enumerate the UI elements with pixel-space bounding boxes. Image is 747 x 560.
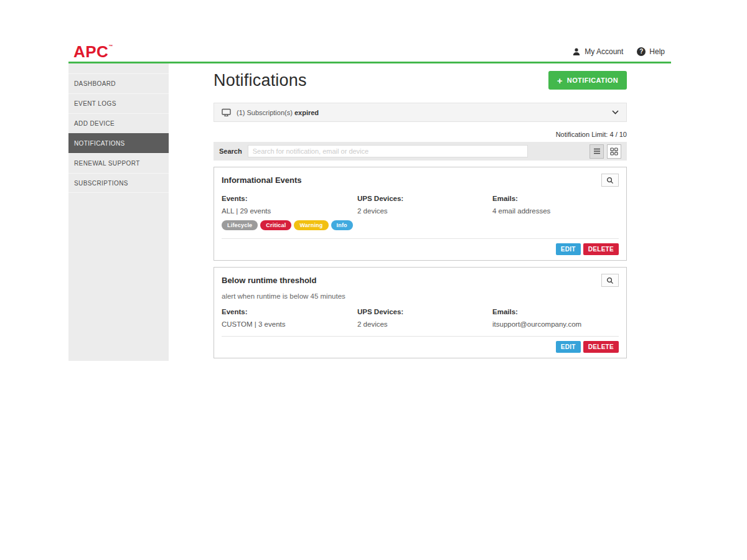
emails-column: Emails: 4 email addresses (492, 195, 619, 230)
banner-bold-text: expired (294, 109, 319, 116)
help-label: Help (649, 47, 665, 56)
card-title: Informational Events (222, 174, 302, 185)
top-header: APC ™ My Account ? Help (68, 41, 671, 62)
search-input[interactable] (248, 145, 528, 157)
sidebar-item-label: DASHBOARD (74, 80, 116, 87)
card-actions: EDIT DELETE (222, 341, 619, 353)
devices-column: UPS Devices: 2 devices (357, 195, 492, 230)
tag-critical: Critical (260, 220, 291, 230)
search-label: Search (219, 147, 242, 155)
devices-column: UPS Devices: 2 devices (357, 308, 492, 328)
list-view-icon (593, 148, 601, 154)
sidebar-item-label: SUBSCRIPTIONS (74, 180, 128, 187)
devices-value: 2 devices (357, 320, 492, 328)
add-notification-label: NOTIFICATION (567, 77, 618, 84)
sidebar-item-subscriptions[interactable]: SUBSCRIPTIONS (68, 173, 169, 193)
sidebar-item-dashboard[interactable]: DASHBOARD (68, 73, 169, 93)
card-columns: Events: CUSTOM | 3 events UPS Devices: 2… (222, 308, 619, 328)
page-title: Notifications (214, 71, 307, 90)
devices-value: 2 devices (357, 207, 492, 215)
events-label: Events: (222, 308, 357, 315)
add-notification-button[interactable]: + NOTIFICATION (548, 71, 627, 90)
banner-text: (1) Subscription(s) expired (237, 109, 319, 116)
trademark-mark: ™ (108, 44, 113, 49)
sidebar-item-notifications[interactable]: NOTIFICATIONS (68, 133, 169, 153)
monitor-icon (222, 108, 231, 117)
sidebar-item-renewal-support[interactable]: RENEWAL SUPPORT (68, 153, 169, 173)
card-actions: EDIT DELETE (222, 243, 619, 255)
events-column: Events: ALL | 29 events Lifecycle Critic… (222, 195, 357, 230)
subscription-expired-banner[interactable]: (1) Subscription(s) expired (214, 103, 627, 122)
chevron-down-icon[interactable] (612, 110, 619, 114)
card-detail-button[interactable] (601, 274, 619, 287)
emails-label: Emails: (492, 195, 619, 202)
devices-label: UPS Devices: (357, 195, 492, 202)
delete-button[interactable]: DELETE (583, 341, 619, 353)
events-label: Events: (222, 195, 357, 202)
devices-label: UPS Devices: (357, 308, 492, 315)
card-detail-button[interactable] (601, 174, 619, 187)
card-title: Below runtime threshold (222, 274, 316, 285)
magnifier-icon (606, 277, 614, 284)
search-bar: Search (214, 142, 627, 161)
plus-icon: + (557, 76, 563, 85)
card-divider (222, 336, 619, 337)
apc-logo-text: APC (73, 44, 108, 60)
grid-view-icon (610, 147, 618, 156)
title-row: Notifications + NOTIFICATION (214, 68, 627, 92)
delete-button[interactable]: DELETE (583, 243, 619, 255)
emails-value: 4 email addresses (492, 207, 619, 215)
emails-label: Emails: (492, 308, 619, 315)
my-account-link[interactable]: My Account (572, 47, 623, 56)
notification-limit: Notification Limit: 4 / 10 (214, 131, 627, 138)
events-column: Events: CUSTOM | 3 events (222, 308, 357, 328)
sidebar-item-label: RENEWAL SUPPORT (74, 160, 140, 167)
tag-warning: Warning (294, 220, 328, 230)
notification-card-below-runtime-threshold: Below runtime threshold alert when runti… (214, 267, 627, 358)
help-icon: ? (637, 47, 646, 56)
view-toggles (590, 144, 621, 159)
my-account-label: My Account (585, 47, 623, 56)
apc-logo: APC ™ (73, 44, 113, 60)
grid-view-button[interactable] (607, 144, 621, 159)
help-link[interactable]: ? Help (637, 47, 665, 56)
emails-column: Emails: itsupport@ourcompany.com (492, 308, 619, 328)
emails-value: itsupport@ourcompany.com (492, 320, 619, 328)
app-body: DASHBOARD EVENT LOGS ADD DEVICE NOTIFICA… (68, 63, 671, 361)
event-tags: Lifecycle Critical Warning Info (222, 220, 357, 230)
page: APC ™ My Account ? Help DASHBOARD (0, 0, 747, 560)
sidebar-item-label: ADD DEVICE (74, 120, 115, 127)
edit-button[interactable]: EDIT (556, 243, 581, 255)
sidebar-item-label: NOTIFICATIONS (74, 140, 125, 147)
card-divider (222, 238, 619, 239)
notification-card-informational-events: Informational Events Events: ALL | (214, 167, 627, 261)
magnifier-icon (606, 177, 614, 184)
main-content: Notifications + NOTIFICATION (1) Subscri… (214, 63, 627, 361)
user-icon (572, 47, 581, 56)
tag-info: Info (331, 220, 353, 230)
sidebar-item-label: EVENT LOGS (74, 100, 116, 107)
events-value: CUSTOM | 3 events (222, 320, 357, 328)
tag-lifecycle: Lifecycle (222, 220, 258, 230)
card-header: Informational Events (222, 174, 619, 187)
card-subtitle: alert when runtime is below 45 minutes (222, 292, 619, 300)
edit-button[interactable]: EDIT (556, 341, 581, 353)
header-links: My Account ? Help (572, 47, 665, 56)
events-value: ALL | 29 events (222, 207, 357, 215)
sidebar: DASHBOARD EVENT LOGS ADD DEVICE NOTIFICA… (68, 63, 169, 361)
card-columns: Events: ALL | 29 events Lifecycle Critic… (222, 195, 619, 230)
sidebar-item-event-logs[interactable]: EVENT LOGS (68, 93, 169, 113)
list-view-button[interactable] (590, 144, 604, 159)
sidebar-item-add-device[interactable]: ADD DEVICE (68, 113, 169, 133)
card-header: Below runtime threshold (222, 274, 619, 287)
